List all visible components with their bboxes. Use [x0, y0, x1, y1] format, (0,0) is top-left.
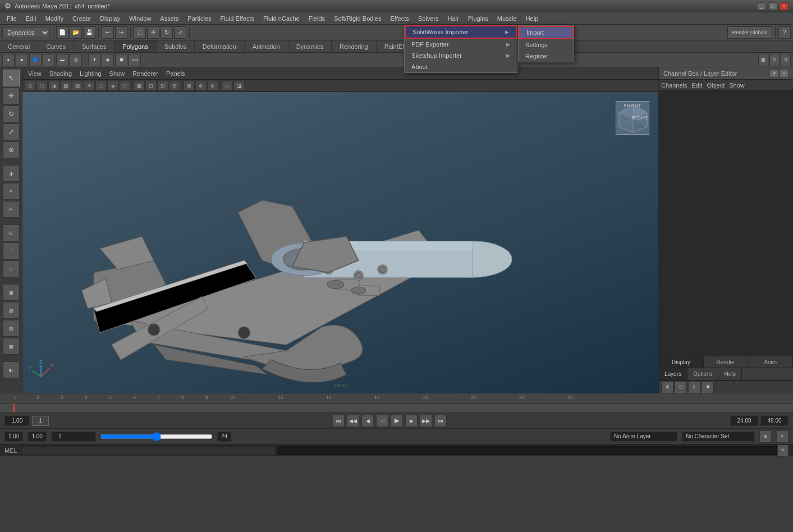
vp-sel-btn[interactable]: ⊗ — [207, 81, 218, 91]
go-start-btn[interactable]: ⏮ — [332, 415, 345, 427]
channels-menu[interactable]: Channels — [661, 82, 687, 89]
vp-pf-btn[interactable]: ◪ — [233, 81, 245, 91]
vp-iso-btn[interactable]: ⬡ — [119, 81, 130, 91]
layer-btn[interactable]: ▦ — [3, 284, 20, 301]
select-tool-btn[interactable]: ↖ — [3, 70, 20, 86]
layer-del-btn[interactable]: ✖ — [702, 381, 714, 393]
options-tab[interactable]: Options — [687, 368, 718, 380]
maximize-button[interactable]: □ — [768, 2, 777, 10]
renderer-menu[interactable]: Renderer — [129, 70, 162, 77]
char-set-opts-btn[interactable]: ⊞ — [759, 430, 772, 443]
tab-polygons[interactable]: Polygons — [114, 40, 156, 52]
timeline-slider[interactable] — [100, 432, 213, 441]
menu-hair[interactable]: Hair — [443, 14, 464, 23]
end-frame-field[interactable]: 24 — [217, 432, 231, 442]
range-end-field[interactable] — [730, 416, 758, 426]
help-tab[interactable]: Help — [718, 368, 742, 380]
menu-create[interactable]: Create — [68, 14, 95, 23]
viewport-3d[interactable]: FRONT RIGHT X — [22, 92, 658, 393]
layer2-btn[interactable]: ▧ — [3, 302, 20, 319]
poly-cube-btn[interactable]: ■ — [16, 54, 28, 66]
prev-key-btn[interactable]: ◀◀ — [347, 415, 359, 427]
vp-bkg-btn[interactable]: ▩ — [134, 81, 145, 91]
layers-tab[interactable]: Layers — [659, 368, 687, 380]
scale-tool-btn[interactable]: ⤢ — [3, 123, 20, 140]
next-frame-btn[interactable]: ▶ — [405, 415, 418, 427]
val1-field[interactable]: 1.00 — [4, 432, 23, 442]
tab-animation[interactable]: Animation — [245, 40, 288, 52]
menu-assets[interactable]: Assets — [155, 14, 183, 23]
snap-curve-btn[interactable]: ⌒ — [3, 242, 20, 259]
lighting-menu[interactable]: Lighting — [76, 70, 105, 77]
next-key-btn[interactable]: ▶▶ — [420, 415, 432, 427]
rotate-btn[interactable]: ↻ — [161, 26, 173, 39]
snap-point-btn[interactable]: ⊙ — [3, 260, 20, 277]
menu-particles[interactable]: Particles — [183, 14, 216, 23]
channel-box-btn[interactable]: ▦ — [758, 54, 768, 66]
paint-select-btn[interactable]: ✏ — [3, 201, 20, 218]
tab-subdivs[interactable]: Subdivs — [157, 40, 195, 52]
undo-btn[interactable]: ↩ — [102, 26, 114, 39]
vp-texture-btn[interactable]: ▧ — [72, 81, 83, 91]
bridge-btn[interactable]: ⟺ — [129, 54, 141, 66]
vp-hud-btn[interactable]: ⊞ — [169, 81, 180, 91]
lasso-select-btn[interactable]: ⌗ — [3, 183, 20, 200]
rotate-tool-btn[interactable]: ↻ — [3, 106, 20, 122]
frame-display[interactable]: 1 — [51, 432, 96, 442]
vp-wire-btn[interactable]: ▦ — [60, 81, 71, 91]
cmd-input[interactable] — [22, 446, 275, 455]
menu-solvers[interactable]: Solvers — [414, 14, 443, 23]
menu-fluid-effects[interactable]: Fluid Effects — [216, 14, 259, 23]
menu-plugins[interactable]: Plugins — [464, 14, 493, 23]
redo-btn[interactable]: ↪ — [115, 26, 127, 39]
prev-frame-btn[interactable]: ◀ — [361, 415, 374, 427]
menu-fields[interactable]: Fields — [304, 14, 329, 23]
menu-window[interactable]: Window — [125, 14, 155, 23]
save-btn[interactable]: 💾 — [83, 26, 95, 39]
menu-muscle[interactable]: Muscle — [493, 14, 521, 23]
move-btn[interactable]: ✛ — [147, 26, 159, 39]
layer4-btn[interactable]: ▩ — [3, 338, 20, 355]
show-menu-rp[interactable]: Show — [729, 82, 745, 89]
play-back-btn[interactable]: ◁ — [376, 415, 388, 427]
tab-dynamics[interactable]: Dynamics — [288, 40, 332, 52]
tab-rendering[interactable]: Rendering — [332, 40, 377, 52]
poly-cone-btn[interactable]: ▲ — [43, 54, 55, 66]
object-menu[interactable]: Object — [707, 82, 725, 89]
layer-opts-btn[interactable]: ≡ — [688, 381, 700, 393]
vp-manip-btn[interactable]: ⊕ — [195, 81, 207, 91]
poly-sphere-btn[interactable]: ● — [2, 54, 15, 66]
universal-manip-btn[interactable]: ⊕ — [3, 141, 20, 158]
extrude-btn[interactable]: ⬆ — [88, 54, 100, 66]
vp-sel-mask-btn[interactable]: □ — [36, 81, 48, 91]
soft-select-btn[interactable]: ◑ — [3, 165, 20, 182]
minimize-button[interactable]: _ — [757, 2, 766, 10]
menu-display[interactable]: Display — [95, 14, 125, 23]
vp-shadow-btn[interactable]: ◻ — [95, 81, 107, 91]
char-set-selector[interactable]: No Character Set — [682, 432, 755, 442]
close-button[interactable]: × — [780, 2, 789, 10]
go-end-btn[interactable]: ⏭ — [434, 415, 447, 427]
select-btn[interactable]: ⬚ — [134, 26, 146, 39]
view-menu[interactable]: View — [25, 70, 45, 77]
layer3-btn[interactable]: ▨ — [3, 320, 20, 337]
status-extra-btn[interactable]: ≡ — [776, 430, 789, 443]
poly-torus-btn[interactable]: ◎ — [70, 54, 82, 66]
tab-deformation[interactable]: Deformation — [195, 40, 245, 52]
attr-editor-btn[interactable]: ≡ — [769, 54, 780, 66]
vp-res-btn[interactable]: ⊟ — [157, 81, 168, 91]
tab-curves[interactable]: Curves — [38, 40, 74, 52]
range-start-field[interactable] — [4, 416, 30, 426]
render-tab[interactable]: Render — [704, 356, 749, 368]
show-menu[interactable]: Show — [106, 70, 129, 77]
anim-layer-selector[interactable]: No Anim Layer — [610, 432, 677, 442]
help-btn[interactable]: ? — [778, 26, 791, 39]
render-settings-btn[interactable]: Render Globals — [727, 26, 772, 39]
menu-help[interactable]: Help — [521, 14, 543, 23]
rp-close-btn[interactable]: × — [780, 70, 789, 77]
display-tab[interactable]: Display — [659, 356, 704, 368]
val2-field[interactable]: 1.00 — [27, 432, 46, 442]
mode-select[interactable]: AnimationPolygonsSurfacesDynamicsRenderi… — [2, 27, 50, 38]
menu-edit[interactable]: Edit — [21, 14, 41, 23]
menu-file[interactable]: File — [2, 14, 21, 23]
